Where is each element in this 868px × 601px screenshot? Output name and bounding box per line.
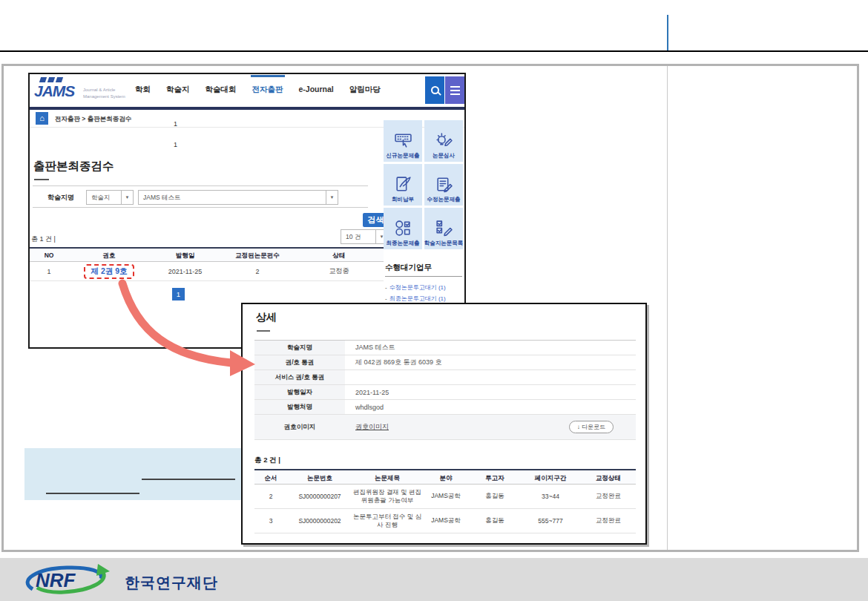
bulb-pencil-icon <box>435 131 453 150</box>
nav-item-notice[interactable]: 알림마당 <box>349 85 381 95</box>
quick-menu-article-list[interactable]: 학술지논문목록 <box>424 208 463 249</box>
article-title-link[interactable]: 편집위원장 결재 및 편집위원총괄 가능여부 <box>352 488 422 505</box>
journal-name-select[interactable]: JAMS 테스트 ▼ <box>138 190 338 205</box>
slide-canvas: JAMS Journal & Article Management System… <box>0 0 868 601</box>
footer-bar: NRF 한국연구재단 <box>0 558 868 601</box>
article-row: 2 SJ0000000207 편집위원장 결재 및 편집위원총괄 가능여부 JA… <box>254 485 636 509</box>
paper-quill-icon <box>394 175 412 194</box>
download-button[interactable]: ↓ 다운로드 <box>569 421 614 433</box>
nav-item-journal[interactable]: 학술지 <box>166 85 190 95</box>
article-row: 3 SJ0000000202 논문투고부터 접수 및 심사 진행 JAMS공학 … <box>254 509 636 533</box>
step-marker-2: 1 <box>174 141 177 148</box>
highlight-dashed-box: 제 2권 9호 <box>84 264 134 279</box>
menu-icon <box>450 86 460 88</box>
detail-row-journal: 학술지명 JAMS 테스트 <box>254 341 636 355</box>
nrf-logo-icon: NRF <box>16 562 120 597</box>
top-navigation-bar: JAMS Journal & Article Management System… <box>30 74 464 107</box>
quick-menu-review[interactable]: 논문심사 <box>424 120 463 162</box>
row-status: 교정중 <box>295 266 384 276</box>
jams-logo[interactable]: JAMS <box>34 82 74 100</box>
annotation-note-box <box>24 448 249 500</box>
download-arrow-icon: ↓ <box>577 424 580 430</box>
article-title-link[interactable]: 논문투고부터 접수 및 심사 진행 <box>352 513 422 530</box>
note-underline-2 <box>46 493 139 494</box>
popup-title-underline <box>257 330 270 332</box>
detail-popup: 상세 학술지명 JAMS 테스트 권/호 통권 제 042권 869호 통권 6… <box>241 303 647 545</box>
nav-menu: 학회 학술지 학술대회 전자출판 e-Journal 알림마당 <box>135 85 381 95</box>
keyboard-hand-icon <box>394 131 412 150</box>
search-icon <box>431 86 439 94</box>
page-size-select[interactable]: 10 건 ▼ <box>341 229 388 244</box>
quick-menu-fee-payment[interactable]: 회비납부 <box>384 164 422 206</box>
pending-item-final[interactable]: -최종논문투고대기 (1) <box>385 295 446 303</box>
step-marker-1: 1 <box>174 120 177 128</box>
detail-row-service-volume: 서비스 권/호 통권 <box>254 370 636 385</box>
page-title: 출판본최종검수 <box>33 159 114 174</box>
logo-cubes-decoration <box>40 77 62 82</box>
jams-logo-tagline: Journal & Article Management System <box>83 87 125 100</box>
articles-total-count: 총 2 건 | <box>254 456 280 465</box>
volume-link[interactable]: 제 2권 9호 <box>91 266 127 275</box>
row-no: 1 <box>30 268 68 275</box>
row-volume-cell: 제 2권 9호 <box>68 264 150 279</box>
detail-row-publish-date: 발행일자 2021-11-25 <box>254 385 636 400</box>
memo-pencil-icon <box>435 175 453 194</box>
chevron-down-icon: ▼ <box>121 191 133 204</box>
nrf-logo-text: NRF <box>36 569 76 591</box>
title-underline <box>34 179 49 180</box>
pending-item-revised[interactable]: -수정논문투고대기 (1) <box>385 283 446 292</box>
note-underline-1 <box>142 479 235 480</box>
breadcrumb: 전자출판 > 출판본최종검수 <box>55 115 131 124</box>
header-rule-line <box>0 50 868 52</box>
pending-tasks-divider <box>385 276 462 277</box>
nav-item-ejournal[interactable]: e-Journal <box>299 85 334 95</box>
checklist-pencil-icon <box>435 219 453 237</box>
row-corrected-count: 2 <box>220 268 295 275</box>
quick-menu-final-submission[interactable]: 최종논문제출 <box>384 208 422 249</box>
organization-name: 한국연구재단 <box>125 573 218 593</box>
frame-column-divider <box>667 66 668 550</box>
search-form: 학술지명 학술지 ▼ JAMS 테스트 ▼ <box>33 185 368 208</box>
nav-buttons <box>425 76 464 104</box>
pending-tasks-title: 수행대기업무 <box>385 263 432 273</box>
issue-list-table: NO 권호 발행일 교정된논문편수 상태 1 제 2권 9호 2021-11-2… <box>30 247 384 281</box>
quick-menu: 신규논문제출 논문심사 회비납부 수정논문제출 최종논문제출 학술지논문목록 <box>384 120 463 249</box>
journal-name-label: 학술지명 <box>47 186 74 208</box>
cover-image-link[interactable]: 권호이미지 <box>355 422 389 432</box>
faces-check-icon <box>394 219 412 237</box>
table-header-row: NO 권호 발행일 교정된논문편수 상태 <box>30 247 384 262</box>
articles-header-row: 순서 논문번호 논문제목 분야 투고자 페이지구간 교정상태 <box>254 469 636 485</box>
detail-row-publisher: 발행처명 whdlsgod <box>254 400 636 415</box>
chevron-down-icon: ▼ <box>326 191 338 204</box>
popup-title: 상세 <box>256 311 277 324</box>
detail-row-cover-image: 권호이미지 권호이미지 ↓ 다운로드 <box>254 415 636 440</box>
nav-item-epublishing-active[interactable]: 전자출판 <box>252 85 283 95</box>
journal-type-select[interactable]: 학술지 ▼ <box>86 190 134 205</box>
list-total-count: 총 1 건 | <box>31 234 56 244</box>
detail-row-volume: 권/호 통권 제 042권 869호 통권 6039 호 <box>254 355 636 370</box>
active-tab-indicator <box>251 75 285 77</box>
all-menu-button[interactable] <box>445 76 464 104</box>
quick-menu-new-submission[interactable]: 신규논문제출 <box>384 120 422 162</box>
search-button[interactable] <box>425 76 444 104</box>
home-icon[interactable]: ⌂ <box>36 112 48 125</box>
header-vertical-divider <box>667 15 668 50</box>
pagination-page-1[interactable]: 1 <box>172 288 185 300</box>
quick-menu-revised-submission[interactable]: 수정논문제출 <box>424 164 463 206</box>
nav-item-society[interactable]: 학회 <box>135 85 151 95</box>
detail-table: 학술지명 JAMS 테스트 권/호 통권 제 042권 869호 통권 6039… <box>254 340 636 440</box>
row-publish-date: 2021-11-25 <box>150 268 220 275</box>
nav-item-conference[interactable]: 학술대회 <box>206 85 237 95</box>
table-row: 1 제 2권 9호 2021-11-25 2 교정중 <box>30 262 384 281</box>
articles-table: 순서 논문번호 논문제목 분야 투고자 페이지구간 교정상태 2 SJ00000… <box>254 469 636 533</box>
